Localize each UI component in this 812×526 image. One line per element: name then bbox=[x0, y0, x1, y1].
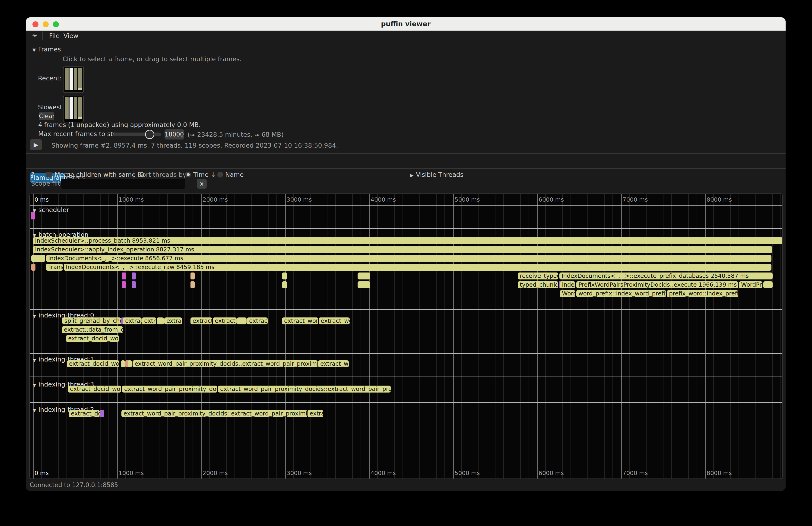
menu-bar: ☀ File View bbox=[26, 31, 786, 41]
gridline bbox=[218, 194, 218, 479]
slider-handle[interactable] bbox=[145, 130, 154, 139]
scope-bar[interactable]: extract::data_from_ob bbox=[62, 326, 123, 333]
scope-bar[interactable]: extract_word_pair_proximity_docids::extr… bbox=[133, 360, 318, 367]
scope-bar[interactable]: extract bbox=[247, 318, 268, 324]
recent-frames-thumbnail[interactable] bbox=[63, 67, 84, 93]
gridline bbox=[739, 194, 739, 479]
frame-bar bbox=[78, 68, 82, 90]
scope-bar[interactable]: index bbox=[560, 281, 575, 288]
gridline bbox=[319, 194, 319, 479]
scope-bar[interactable] bbox=[190, 281, 195, 288]
gridline bbox=[394, 194, 395, 479]
section-separator bbox=[30, 353, 782, 354]
scope-bar[interactable]: extract_ bbox=[213, 318, 236, 324]
scope-bar[interactable]: extract_doc bbox=[69, 410, 100, 417]
scope-filter-input[interactable] bbox=[61, 179, 185, 189]
scope-bar[interactable]: extract_word_pair_proximity_docids::extr… bbox=[121, 410, 307, 417]
scope-bar[interactable] bbox=[132, 281, 136, 288]
menu-view[interactable]: View bbox=[63, 32, 78, 39]
frame-bar bbox=[74, 97, 77, 119]
scope-bar[interactable]: receive_typed_ bbox=[518, 273, 558, 279]
gridline bbox=[293, 194, 294, 479]
scope-bar[interactable] bbox=[100, 410, 104, 417]
scope-bar[interactable]: extract_docid_word bbox=[67, 360, 119, 367]
scope-bar[interactable]: PrefixWordPairsProximityDocids::execute … bbox=[576, 281, 738, 288]
scope-bar[interactable]: Trans bbox=[46, 264, 63, 271]
sort-name-radio[interactable] bbox=[217, 172, 223, 177]
scope-bar[interactable] bbox=[121, 360, 125, 367]
scope-bar[interactable]: extrac bbox=[164, 318, 182, 324]
gridline bbox=[528, 194, 529, 479]
scope-bar[interactable]: extract_word_pair_proximity_docids::extr… bbox=[218, 385, 391, 393]
gridline bbox=[226, 194, 227, 479]
gridline bbox=[671, 194, 672, 479]
scope-bar[interactable]: typed_chunk::w bbox=[518, 281, 558, 288]
clear-filter-button[interactable]: x bbox=[197, 179, 207, 189]
scope-bar[interactable] bbox=[358, 273, 370, 279]
gridline bbox=[386, 194, 386, 479]
scope-bar[interactable]: extract_ bbox=[190, 318, 212, 324]
scope-bar[interactable]: split_grenad_by_chun bbox=[62, 318, 121, 324]
divider bbox=[42, 31, 43, 40]
theme-toggle-icon[interactable]: ☀ bbox=[32, 32, 38, 40]
slowest-frames-thumbnail[interactable] bbox=[63, 96, 84, 122]
merge-children-label: Merge children with same ID bbox=[55, 171, 144, 178]
scope-bar[interactable]: IndexScheduler>::apply_index_operation 8… bbox=[33, 246, 772, 253]
merge-children-checkbox[interactable] bbox=[46, 172, 52, 177]
scope-bar[interactable]: IndexDocuments<_, _>::execute_prefix_dat… bbox=[560, 273, 773, 279]
scope-bar[interactable] bbox=[31, 212, 35, 219]
scope-bar[interactable] bbox=[282, 281, 287, 288]
scope-bar[interactable] bbox=[358, 281, 370, 288]
scope-bar[interactable]: extract_wo bbox=[318, 360, 349, 367]
scope-bar[interactable]: extract_docid_word bbox=[68, 385, 121, 393]
gridline bbox=[260, 194, 260, 479]
scope-bar[interactable]: extract_word bbox=[282, 318, 318, 324]
help-button[interactable]: ? bbox=[31, 171, 34, 178]
scope-bar[interactable] bbox=[122, 273, 126, 279]
scope-bar[interactable] bbox=[157, 318, 164, 324]
scope-bar[interactable]: extrac bbox=[307, 410, 323, 417]
scope-bar[interactable] bbox=[132, 273, 136, 279]
scope-bar[interactable]: WordPr bbox=[739, 281, 763, 288]
menu-file[interactable]: File bbox=[49, 32, 60, 39]
clear-button[interactable]: Clear bbox=[39, 112, 54, 120]
scope-bar[interactable]: word_prefix::index_word_prefix_ bbox=[576, 290, 666, 297]
gridline bbox=[621, 194, 622, 479]
gridline bbox=[772, 194, 773, 479]
gridline bbox=[655, 194, 655, 479]
scope-bar[interactable]: prefix_word::index_prefix_wo bbox=[667, 290, 738, 297]
flamegraph-canvas[interactable]: 0 ms0 ms1000 ms1000 ms2000 ms2000 ms3000… bbox=[29, 193, 783, 479]
scope-bar[interactable] bbox=[763, 281, 773, 288]
scope-bar[interactable] bbox=[31, 255, 45, 262]
max-frames-value[interactable]: 18000 bbox=[164, 129, 184, 140]
visible-threads-header[interactable]: ▶Visible Threads bbox=[410, 171, 463, 178]
play-button[interactable]: ▶ bbox=[30, 139, 42, 150]
scope-bar[interactable]: IndexScheduler>::process_batch 8953.821 … bbox=[33, 237, 783, 244]
section-separator bbox=[30, 402, 782, 403]
scope-bar[interactable]: extract_word_pair_proximity_docids bbox=[122, 385, 217, 393]
scope-bar[interactable]: IndexDocuments<_, _>::execute_raw 8459.1… bbox=[64, 264, 771, 271]
scope-bar[interactable]: extra bbox=[142, 318, 156, 324]
scope-bar[interactable] bbox=[128, 360, 132, 367]
sort-time-radio[interactable] bbox=[185, 172, 191, 177]
frame-bar-tip bbox=[78, 88, 82, 90]
scope-bar[interactable] bbox=[122, 281, 126, 288]
scope-bar[interactable] bbox=[237, 318, 247, 324]
axis-tick-label: 4000 ms bbox=[371, 470, 396, 477]
scope-bar[interactable]: Word bbox=[560, 290, 575, 297]
scope-bar[interactable] bbox=[190, 273, 195, 279]
frames-section-header[interactable]: ▼Frames bbox=[32, 46, 61, 53]
scope-bar[interactable] bbox=[282, 273, 287, 279]
scope-bar[interactable]: extract_docid_word bbox=[66, 335, 119, 342]
scope-bar[interactable]: extract_wo bbox=[319, 318, 350, 324]
scope-bar[interactable]: IndexDocuments<_, _>::execute 8656.677 m… bbox=[46, 255, 771, 262]
divider bbox=[40, 170, 40, 179]
gridline bbox=[722, 194, 722, 479]
scope-bar[interactable] bbox=[31, 264, 35, 271]
thread-header[interactable]: ▼scheduler bbox=[33, 206, 69, 214]
gridline bbox=[176, 194, 176, 479]
gridline bbox=[461, 194, 462, 479]
scope-bar[interactable]: extract bbox=[123, 318, 142, 324]
gridline bbox=[445, 194, 445, 479]
app-window: puffin viewer ☀ File View ▼Frames Click … bbox=[26, 17, 786, 491]
